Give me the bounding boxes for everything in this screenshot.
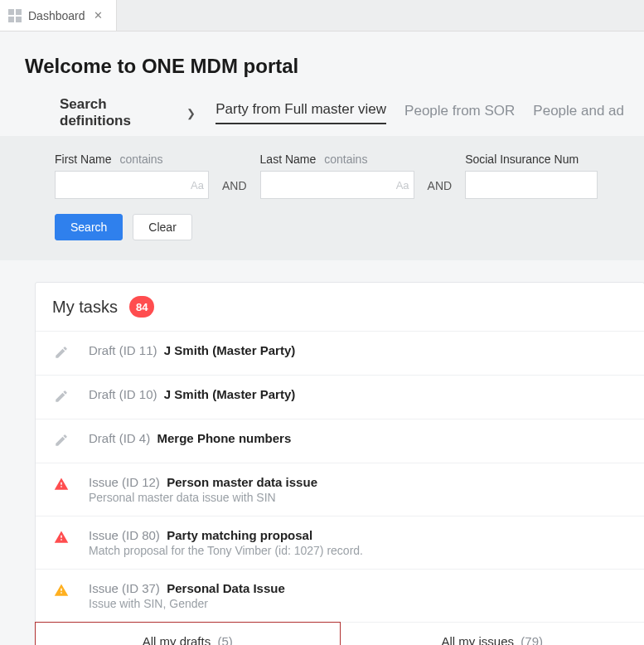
task-row[interactable]: Issue (ID 12) Person master data issuePe… xyxy=(36,463,644,516)
task-row[interactable]: Draft (ID 4) Merge Phone numbers xyxy=(36,419,644,463)
alert-triangle-red-icon xyxy=(54,530,69,548)
alert-triangle-red-icon xyxy=(54,477,69,495)
search-actions: Search Clear xyxy=(55,214,644,240)
first-name-input[interactable] xyxy=(55,171,209,199)
search-field-sin: Social Insurance Num xyxy=(465,153,598,199)
card-title: My tasks xyxy=(52,298,118,317)
pencil-icon xyxy=(54,345,69,363)
dashboard-icon xyxy=(8,9,22,22)
task-meta: Issue (ID 37) xyxy=(89,581,160,595)
tab-people-and-ad[interactable]: People and ad xyxy=(533,103,624,124)
task-row[interactable]: Issue (ID 37) Personal Data IssueIssue w… xyxy=(36,569,644,622)
task-meta: Issue (ID 80) xyxy=(89,528,160,542)
clear-button[interactable]: Clear xyxy=(133,214,191,240)
join-operator: AND xyxy=(428,179,453,199)
task-meta: Issue (ID 12) xyxy=(89,475,160,489)
search-definitions-row: Search definitions ❯ Party from Full mas… xyxy=(60,96,624,129)
task-subtitle: Issue with SIN, Gender xyxy=(89,597,627,610)
search-button[interactable]: Search xyxy=(55,214,123,240)
task-meta: Draft (ID 10) xyxy=(89,387,157,401)
footer-count: (5) xyxy=(218,634,233,645)
task-row[interactable]: Issue (ID 80) Party matching proposalMat… xyxy=(36,516,644,569)
browser-tab-dashboard[interactable]: Dashboard ✕ xyxy=(0,0,117,31)
search-panel: First Name contains Aa AND Last Name con… xyxy=(0,136,644,260)
card-footer: All my drafts (5) All my issues (79) xyxy=(36,622,644,645)
tab-people-from-sor[interactable]: People from SOR xyxy=(404,103,515,124)
task-list: Draft (ID 11) J Smith (Master Party)Draf… xyxy=(36,331,644,622)
alert-triangle-amber-icon xyxy=(54,583,69,601)
task-title: Merge Phone numbers xyxy=(157,431,292,445)
task-row[interactable]: Draft (ID 10) J Smith (Master Party) xyxy=(36,375,644,419)
field-operator: contains xyxy=(324,153,367,166)
sin-input[interactable] xyxy=(465,171,598,199)
tab-party-full-master[interactable]: Party from Full master view xyxy=(215,101,386,124)
task-title: J Smith (Master Party) xyxy=(164,387,295,401)
close-icon[interactable]: ✕ xyxy=(92,7,104,23)
field-label: Social Insurance Num xyxy=(465,153,579,166)
search-fields: First Name contains Aa AND Last Name con… xyxy=(0,153,644,199)
all-my-drafts-link[interactable]: All my drafts (5) xyxy=(35,622,341,645)
app-tabbar: Dashboard ✕ xyxy=(0,0,644,32)
pencil-icon xyxy=(54,389,69,407)
pencil-icon xyxy=(54,433,69,451)
search-definitions-label: Search definitions xyxy=(60,96,167,129)
search-definitions-tabs: Party from Full master view People from … xyxy=(215,101,624,124)
my-tasks-card: My tasks 84 Draft (ID 11) J Smith (Maste… xyxy=(35,282,644,645)
task-title: J Smith (Master Party) xyxy=(164,343,295,357)
all-my-issues-link[interactable]: All my issues (79) xyxy=(341,623,645,645)
card-header: My tasks 84 xyxy=(36,283,644,331)
task-subtitle: Match proposal for the Tony Vimber (id: … xyxy=(89,544,627,557)
join-operator: AND xyxy=(222,179,247,199)
task-title: Person master data issue xyxy=(167,475,317,489)
page-title: Welcome to ONE MDM portal xyxy=(25,55,624,78)
case-sensitive-icon[interactable]: Aa xyxy=(191,179,204,192)
last-name-input[interactable] xyxy=(260,171,414,199)
tab-title: Dashboard xyxy=(28,9,85,22)
field-label: First Name xyxy=(55,153,111,166)
field-label: Last Name xyxy=(260,153,317,166)
task-title: Party matching proposal xyxy=(167,528,312,542)
footer-label: All my drafts xyxy=(143,634,211,645)
tasks-count-badge: 84 xyxy=(129,296,154,318)
task-row[interactable]: Draft (ID 11) J Smith (Master Party) xyxy=(36,331,644,375)
search-field-last-name: Last Name contains Aa xyxy=(260,153,414,199)
footer-label: All my issues xyxy=(441,634,514,645)
case-sensitive-icon[interactable]: Aa xyxy=(396,179,409,192)
page: Welcome to ONE MDM portal Search definit… xyxy=(0,32,644,129)
chevron-right-icon: ❯ xyxy=(186,107,196,119)
field-operator: contains xyxy=(119,153,162,166)
search-field-first-name: First Name contains Aa xyxy=(55,153,209,199)
task-subtitle: Personal master data issue with SIN xyxy=(89,491,627,504)
task-meta: Draft (ID 11) xyxy=(89,343,157,357)
task-meta: Draft (ID 4) xyxy=(89,431,150,445)
footer-count: (79) xyxy=(521,634,543,645)
task-title: Personal Data Issue xyxy=(167,581,285,595)
